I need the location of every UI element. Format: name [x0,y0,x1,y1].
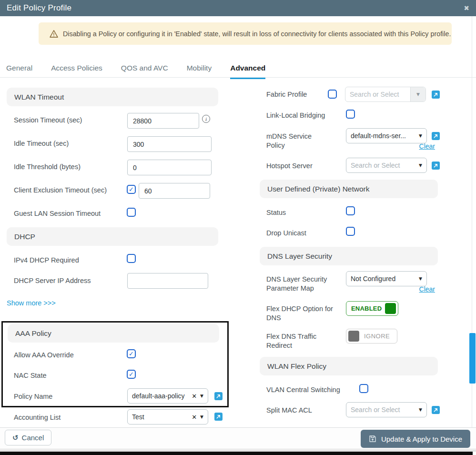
link-local-bridging-checkbox[interactable]: ✓ [346,110,355,119]
hotspot-server-external-link-icon[interactable] [432,162,440,170]
cancel-button[interactable]: ↺ Cancel [5,430,51,445]
cancel-button-label: Cancel [22,434,44,442]
session-timeout-label: Session Timeout (sec) [14,116,82,125]
section-wlan-timeout-title: WLAN Timeout [14,93,64,101]
section-dns-layer-security-title: DNS Layer Security [267,252,332,261]
nac-state-label: NAC State [14,371,47,380]
client-exclusion-label: Client Exclusion Timeout (sec) [14,186,107,195]
flex-dns-redirect-state: IGNORE [364,333,390,340]
client-exclusion-input[interactable] [139,183,210,199]
split-mac-acl-label: Split MAC ACL [266,406,312,415]
split-mac-acl-external-link-icon[interactable] [432,406,440,414]
chevron-down-icon[interactable]: ▼ [419,276,422,281]
allow-aaa-override-label: Allow AAA Override [14,351,74,360]
warning-icon [50,30,58,38]
section-aaa-policy: AAA Policy [8,324,219,343]
section-dns-layer-security: DNS Layer Security [260,247,438,265]
toggle-knob [348,331,359,342]
session-timeout-info-icon[interactable]: i [202,115,210,123]
idle-threshold-label: Idle Threshold (bytes) [14,162,81,172]
section-udn-title: User Defined (Private) Network [267,185,369,193]
dns-parameter-map-value: Not Configured [351,275,419,283]
section-wlan-timeout: WLAN Timeout [7,88,218,106]
dns-parameter-map-label: DNS Layer Security Parameter Map [266,275,338,293]
toggle-knob [385,303,396,314]
update-apply-button[interactable]: Update & Apply to Device [361,430,470,448]
screen-bottom-bar [0,452,473,455]
policy-name-external-link-icon[interactable] [214,392,223,400]
accounting-list-select[interactable]: Test ✕ ▼ [127,409,208,425]
split-mac-acl-placeholder: Search or Select [351,406,419,414]
nac-state-checkbox[interactable]: ✓ [127,370,136,379]
chevron-down-icon[interactable]: ▼ [200,415,203,419]
link-local-bridging-label: Link-Local Bridging [266,111,325,120]
clear-x-icon[interactable]: ✕ [192,414,197,421]
mdns-service-policy-select[interactable]: default-mdns-ser... ▼ [346,128,427,143]
fabric-profile-external-link-icon[interactable] [432,91,440,99]
scrollbar-thumb[interactable] [469,333,476,384]
mdns-service-policy-value: default-mdns-ser... [351,132,419,140]
section-wlan-flex-policy: WLAN Flex Policy [260,357,438,375]
guest-lan-checkbox[interactable]: ✓ [127,208,136,217]
mdns-service-policy-external-link-icon[interactable] [432,132,440,140]
vlan-central-switching-label: VLAN Central Switching [266,385,340,394]
split-mac-acl-select[interactable]: Search or Select ▼ [346,402,427,417]
clear-x-icon[interactable]: ✕ [192,393,197,400]
dhcp-server-ip-label: DHCP Server IP Address [14,276,91,285]
dns-parameter-map-clear-link[interactable]: Clear [419,285,435,293]
drop-unicast-label: Drop Unicast [266,229,306,238]
fabric-profile-select[interactable]: Search or Select ▼ [345,87,426,102]
section-dhcp-title: DHCP [14,233,35,241]
ipv4-dhcp-required-checkbox[interactable]: ✓ [127,254,136,263]
chevron-down-icon[interactable]: ▼ [419,163,422,168]
session-timeout-input[interactable] [127,113,199,129]
check-icon: ✓ [129,351,134,357]
accounting-list-value: Test [132,413,190,421]
close-icon[interactable]: ✖ [464,4,469,12]
mdns-clear-link[interactable]: Clear [419,142,435,150]
fabric-profile-label: Fabric Profile [266,90,307,99]
section-udn: User Defined (Private) Network [260,180,438,198]
section-aaa-policy-title: AAA Policy [15,329,51,338]
chevron-down-icon[interactable]: ▼ [200,394,203,398]
idle-timeout-label: Idle Timeout (sec) [14,139,69,148]
select-caret-section[interactable]: ▼ [410,87,425,101]
mdns-service-policy-label: mDNS Service Policy [266,132,326,150]
policy-name-label: Policy Name [14,392,52,401]
idle-timeout-input[interactable] [127,136,212,152]
update-apply-button-label: Update & Apply to Device [381,435,462,443]
drop-unicast-checkbox[interactable]: ✓ [346,227,355,236]
undo-icon: ↺ [12,434,19,442]
flex-dns-redirect-toggle[interactable]: IGNORE [346,329,397,344]
policy-name-value: default-aaa-policy [132,392,190,400]
hotspot-server-select[interactable]: Search or Select ▼ [346,158,427,173]
flex-dhcp-option-state: ENABLED [351,305,382,312]
idle-threshold-input[interactable] [127,160,212,175]
warning-banner: Disabling a Policy or configuring it in … [39,22,452,45]
warning-text: Disabling a Policy or configuring it in … [63,30,451,38]
section-dhcp: DHCP [7,227,218,246]
hotspot-server-label: Hotspot Server [266,162,313,171]
flex-dhcp-option-toggle[interactable]: ENABLED [346,301,398,316]
fabric-profile-checkbox[interactable]: ✓ [328,90,337,99]
accounting-list-external-link-icon[interactable] [214,413,223,421]
udn-status-checkbox[interactable]: ✓ [346,206,355,215]
chevron-down-icon[interactable]: ▼ [419,407,422,412]
flex-dhcp-option-label: Flex DHCP Option for DNS [266,304,338,323]
dhcp-server-ip-input[interactable] [127,273,208,289]
policy-name-select[interactable]: default-aaa-policy ✕ ▼ [127,388,208,404]
allow-aaa-override-checkbox[interactable]: ✓ [127,349,136,358]
client-exclusion-checkbox[interactable]: ✓ [127,185,136,194]
section-wlan-flex-policy-title: WLAN Flex Policy [267,362,326,371]
chevron-down-icon[interactable]: ▼ [419,133,422,138]
dns-parameter-map-select[interactable]: Not Configured ▼ [346,271,427,286]
ipv4-dhcp-required-label: IPv4 DHCP Required [14,256,79,265]
fabric-profile-placeholder: Search or Select [350,91,410,98]
check-icon: ✓ [129,186,134,192]
udn-status-label: Status [266,208,286,217]
dialog-titlebar: Edit Policy Profile ✖ [0,0,476,16]
show-more-link[interactable]: Show more >>> [7,299,56,307]
vlan-central-switching-checkbox[interactable]: ✓ [359,384,368,393]
tabs-divider [0,77,476,78]
footer-bar: ↺ Cancel Update & Apply to Device [0,427,476,448]
